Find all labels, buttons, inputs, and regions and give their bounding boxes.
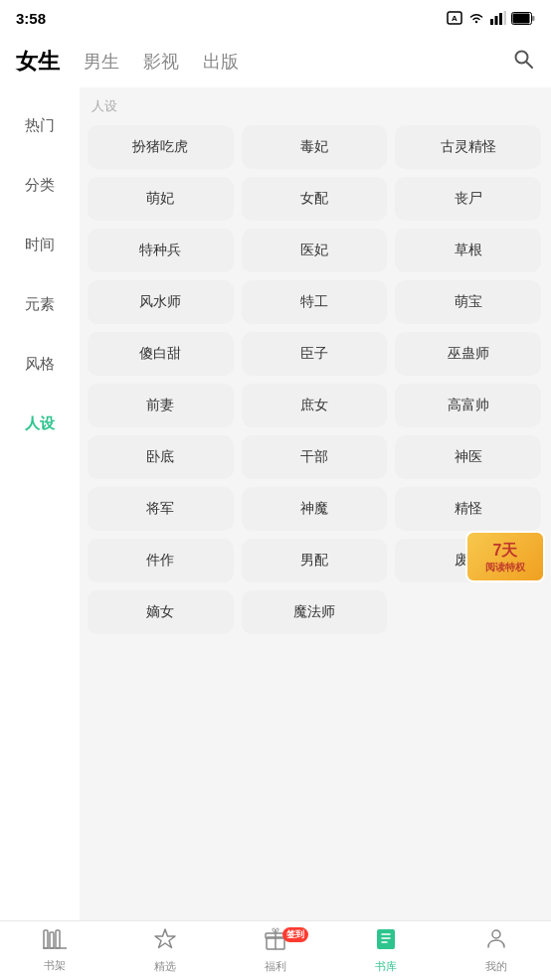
nav-item-female[interactable]: 女生: [16, 47, 60, 77]
tag-btn[interactable]: 神医: [395, 435, 541, 479]
tab-label: 我的: [485, 959, 507, 974]
battery-icon: [511, 12, 535, 25]
tag-label: 庶女: [300, 397, 328, 414]
sidebar-item-category[interactable]: 分类: [0, 155, 80, 215]
tag-btn[interactable]: 件作: [88, 539, 234, 582]
tag-label: 特种兵: [139, 242, 181, 259]
nav-item-video[interactable]: 影视: [143, 50, 179, 74]
tag-btn[interactable]: 医妃: [242, 229, 388, 272]
tag-btn[interactable]: 嫡女: [88, 590, 234, 634]
search-button[interactable]: [511, 47, 535, 77]
tag-label: 风水师: [139, 293, 181, 311]
svg-line-10: [527, 63, 533, 69]
svg-rect-7: [513, 13, 530, 23]
tag-btn[interactable]: 前妻: [88, 384, 234, 427]
tab-item-精选[interactable]: 精选: [110, 927, 221, 974]
svg-point-22: [492, 930, 500, 938]
tag-btn[interactable]: 女配: [242, 177, 388, 221]
tag-btn[interactable]: 古灵精怪: [395, 125, 541, 169]
sidebar-item-time[interactable]: 时间: [0, 215, 80, 274]
bottom-tab-bar: 书架 精选签到 福利 书库 我的: [0, 920, 551, 980]
promo-badge: 7天阅读特权: [465, 531, 545, 582]
sidebar-item-element[interactable]: 元素: [0, 274, 80, 334]
tag-label: 萌妃: [146, 190, 174, 208]
tag-label: 精怪: [455, 500, 482, 518]
tag-btn[interactable]: 巫蛊师: [395, 332, 541, 376]
tag-btn[interactable]: 扮猪吃虎: [88, 125, 234, 169]
tab-label: 书架: [44, 958, 66, 973]
person-icon: [484, 927, 508, 951]
tag-btn[interactable]: 臣子: [242, 332, 388, 376]
tag-btn[interactable]: 傻白甜: [88, 332, 234, 376]
content-area: 人设 扮猪吃虎毒妃古灵精怪萌妃女配丧尸特种兵医妃草根风水师特工萌宝傻白甜臣子巫蛊…: [80, 87, 551, 920]
tag-btn[interactable]: 草根: [395, 229, 541, 272]
tag-btn[interactable]: 萌宝: [395, 280, 541, 324]
tag-btn[interactable]: 萌妃: [88, 177, 234, 221]
tag-label: 萌宝: [455, 293, 482, 311]
tag-label: 神魔: [300, 500, 328, 518]
svg-rect-13: [56, 930, 60, 948]
tag-label: 草根: [455, 242, 482, 259]
tag-btn[interactable]: 特工: [242, 280, 388, 324]
svg-rect-8: [532, 16, 535, 21]
tag-label: 丧尸: [455, 190, 482, 208]
main-layout: 热门 分类 时间 元素 风格 人设 人设 扮猪吃虎毒妃古灵精怪萌妃女配丧尸特种兵…: [0, 87, 551, 920]
status-icons: A: [447, 10, 535, 26]
tab-label: 精选: [154, 959, 176, 974]
tag-label: 干部: [300, 448, 328, 466]
svg-rect-18: [377, 929, 395, 949]
tab-item-福利[interactable]: 签到 福利: [221, 927, 331, 974]
sidebar: 热门 分类 时间 元素 风格 人设: [0, 87, 80, 920]
svg-rect-5: [504, 11, 507, 25]
sidebar-item-hot[interactable]: 热门: [0, 95, 80, 155]
svg-rect-4: [499, 13, 502, 25]
tag-btn[interactable]: 卧底: [88, 435, 234, 479]
top-nav: 女生 男生 影视 出版: [0, 36, 551, 87]
wifi-icon: [467, 11, 485, 25]
tag-label: 傻白甜: [139, 345, 181, 363]
nav-item-male[interactable]: 男生: [84, 50, 119, 74]
svg-rect-3: [495, 16, 498, 25]
tag-label: 件作: [146, 552, 174, 570]
tag-label: 魔法师: [293, 603, 335, 621]
status-bar: 3:58 A: [0, 0, 551, 36]
sidebar-item-persona[interactable]: 人设: [0, 394, 80, 453]
tag-btn[interactable]: 丧尸: [395, 177, 541, 221]
tag-label: 古灵精怪: [441, 138, 496, 156]
tag-btn[interactable]: 精怪: [395, 487, 541, 531]
svg-rect-12: [50, 932, 54, 948]
svg-text:A: A: [452, 14, 458, 23]
tag-btn[interactable]: 风水师: [88, 280, 234, 324]
tag-btn[interactable]: 毒妃: [242, 125, 388, 169]
tag-label: 医妃: [300, 242, 328, 259]
tab-item-书架[interactable]: 书架: [0, 928, 110, 973]
tag-btn[interactable]: 废柴7天阅读特权: [395, 539, 541, 582]
bookshelf-icon: [42, 928, 68, 950]
tag-label: 臣子: [300, 345, 328, 363]
tag-btn[interactable]: 将军: [88, 487, 234, 531]
tag-label: 巫蛊师: [448, 345, 489, 363]
status-time: 3:58: [16, 10, 46, 27]
tag-btn[interactable]: 男配: [242, 539, 388, 582]
tag-label: 将军: [146, 500, 174, 518]
svg-point-9: [516, 52, 528, 64]
tag-btn[interactable]: 魔法师: [242, 590, 388, 634]
tags-grid: 扮猪吃虎毒妃古灵精怪萌妃女配丧尸特种兵医妃草根风水师特工萌宝傻白甜臣子巫蛊师前妻…: [88, 125, 541, 634]
svg-rect-11: [44, 930, 48, 948]
tab-item-书库[interactable]: 书库: [330, 927, 441, 974]
tag-label: 女配: [300, 190, 328, 208]
tag-label: 男配: [300, 552, 328, 570]
tag-label: 扮猪吃虎: [132, 138, 188, 156]
library-icon: [374, 927, 398, 951]
tag-btn[interactable]: 神魔: [242, 487, 388, 531]
signal-icon: [490, 11, 506, 25]
tag-btn[interactable]: 庶女: [242, 384, 388, 427]
nav-item-publish[interactable]: 出版: [203, 50, 239, 74]
tab-item-我的[interactable]: 我的: [441, 927, 551, 974]
tag-btn[interactable]: 高富帅: [395, 384, 541, 427]
sidebar-item-style[interactable]: 风格: [0, 334, 80, 394]
star-icon: [153, 927, 177, 951]
tag-btn[interactable]: 干部: [242, 435, 388, 479]
tab-label: 书库: [375, 959, 397, 974]
tag-btn[interactable]: 特种兵: [88, 229, 234, 272]
